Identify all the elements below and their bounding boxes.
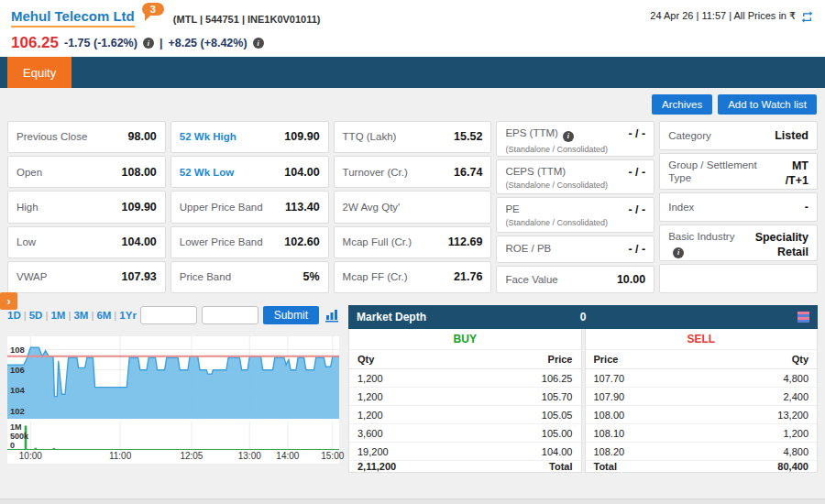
sell-row: 107.902,400 bbox=[586, 388, 818, 406]
stat-card: ROE / PB- / - bbox=[496, 236, 654, 263]
buy-row: 1,200106.25 bbox=[349, 369, 581, 388]
stat-value: 102.60 bbox=[284, 235, 319, 249]
bar-chart-icon[interactable] bbox=[324, 308, 339, 323]
bottom-strip bbox=[0, 499, 825, 504]
company-name-link[interactable]: Mehul Telecom Ltd bbox=[11, 8, 135, 27]
range-link-1yr[interactable]: 1Yr bbox=[119, 310, 137, 321]
info-icon[interactable]: i bbox=[143, 38, 154, 49]
stat-label: Category bbox=[668, 129, 711, 142]
svg-text:1M: 1M bbox=[10, 422, 22, 432]
notification-badge[interactable]: 3 bbox=[142, 3, 164, 16]
stat-card: High109.90 bbox=[7, 191, 166, 223]
stat-card: EPS (TTM)i(Standalone / Consolidated)- /… bbox=[496, 121, 654, 157]
buy-row: 1,200105.05 bbox=[349, 406, 581, 424]
price-chart-svg: 108106104102 bbox=[7, 336, 339, 419]
stat-card: 52 Wk Low104.00 bbox=[170, 156, 329, 188]
stat-card: Low104.00 bbox=[7, 226, 166, 258]
x-axis-label: 14:00 bbox=[276, 451, 299, 461]
day-change: -1.75 (-1.62%) bbox=[64, 37, 138, 49]
range-link-1d[interactable]: 1D bbox=[7, 310, 21, 321]
change-separator: | bbox=[160, 37, 163, 49]
range-link-5d[interactable]: 5D bbox=[29, 310, 43, 321]
market-depth-title: Market Depth bbox=[357, 311, 426, 323]
stat-label: ROE / PB bbox=[505, 242, 551, 255]
stat-card: Mcap FF (Cr.)21.76 bbox=[334, 261, 492, 293]
info-icon[interactable]: i bbox=[563, 131, 574, 142]
x-axis-label: 12:05 bbox=[180, 451, 203, 461]
stat-label-link[interactable]: 52 Wk High bbox=[180, 130, 236, 143]
submit-button[interactable]: Submit bbox=[263, 306, 319, 324]
week-change: +8.25 (+8.42%) bbox=[168, 37, 247, 49]
stat-value: - / - bbox=[628, 165, 645, 180]
stat-value: 107.93 bbox=[122, 269, 157, 284]
stat-value: 104.00 bbox=[284, 165, 319, 180]
stat-label-link[interactable]: 52 Wk Low bbox=[180, 166, 234, 179]
stat-value: 109.90 bbox=[122, 200, 157, 214]
timestamp: 24 Apr 26 | 11:57 | All Prices in ₹ bbox=[650, 10, 796, 22]
company-block: Mehul Telecom Ltd 3 (MTL | 544751 | INE1… bbox=[11, 8, 321, 57]
depth-grid-icon[interactable] bbox=[798, 312, 809, 323]
stat-label: PE(Standalone / Consolidated) bbox=[505, 203, 608, 229]
main-navbar: Equity bbox=[0, 57, 825, 88]
date-to-input[interactable] bbox=[202, 306, 258, 324]
panel-expander-button[interactable]: › bbox=[0, 292, 17, 310]
stat-value: 21.76 bbox=[454, 269, 482, 284]
stat-card: Mcap Full (Cr.)112.69 bbox=[334, 226, 492, 258]
sell-rows: 107.704,800107.902,400108.0013,200108.10… bbox=[586, 369, 818, 461]
stat-label: Upper Price Band bbox=[180, 201, 263, 214]
stat-label: VWAP bbox=[16, 270, 47, 283]
stat-card: 2W Avg Qty' bbox=[334, 191, 492, 223]
stat-card: Previous Close98.00 bbox=[7, 121, 166, 153]
stat-value: - / - bbox=[628, 242, 645, 257]
svg-text:106: 106 bbox=[10, 365, 25, 375]
stat-label: Group / Settlement Type bbox=[668, 159, 770, 185]
archives-button[interactable]: Archives bbox=[652, 94, 712, 115]
stat-card: VWAP107.93 bbox=[7, 261, 166, 293]
add-to-watchlist-button[interactable]: Add to Watch list bbox=[718, 94, 817, 115]
stock-quote-page: Mehul Telecom Ltd 3 (MTL | 544751 | INE1… bbox=[0, 0, 825, 504]
x-axis-label: 15:00 bbox=[321, 451, 344, 461]
buy-row: 1,200105.70 bbox=[349, 388, 581, 406]
stat-column: Previous Close98.00Open108.00High109.90L… bbox=[7, 121, 166, 293]
info-icon[interactable]: i bbox=[673, 247, 684, 258]
svg-text:104: 104 bbox=[10, 385, 26, 395]
tab-equity[interactable]: Equity bbox=[7, 57, 72, 88]
price-chart[interactable]: 108106104102 1M500k0 10:0011:0012:0513:0… bbox=[7, 336, 339, 464]
stat-value: 5% bbox=[303, 269, 320, 284]
stat-card: Lower Price Band102.60 bbox=[170, 226, 329, 258]
range-link-6m[interactable]: 6M bbox=[96, 310, 111, 321]
chart-x-axis: 10:0011:0012:0513:0014:0015:00 bbox=[7, 451, 339, 464]
stat-card: Basic IndustryiSpeciality Retail bbox=[659, 225, 818, 261]
header-meta: 24 Apr 26 | 11:57 | All Prices in ₹ bbox=[650, 8, 814, 57]
buy-row: 3,600105.00 bbox=[349, 424, 581, 443]
x-axis-label: 10:00 bbox=[19, 451, 42, 461]
refresh-icon[interactable] bbox=[800, 10, 814, 24]
stat-label: Basic Industryi bbox=[668, 230, 736, 258]
stat-card: Face Value10.00 bbox=[496, 266, 654, 293]
date-from-input[interactable] bbox=[140, 306, 197, 324]
stat-sublabel: (Standalone / Consolidated) bbox=[505, 218, 608, 228]
stat-value: 113.40 bbox=[285, 200, 320, 214]
buy-row: 19,200104.00 bbox=[349, 443, 581, 461]
stat-label: EPS (TTM)i(Standalone / Consolidated) bbox=[505, 126, 608, 155]
sell-row: 108.101,200 bbox=[586, 424, 818, 443]
stats-grid: Previous Close98.00Open108.00High109.90L… bbox=[7, 121, 818, 293]
range-link-1m[interactable]: 1M bbox=[50, 310, 65, 321]
stat-label: Mcap Full (Cr.) bbox=[343, 236, 412, 248]
sell-table: SELL PriceQty 107.704,800107.902,400108.… bbox=[585, 329, 819, 473]
x-axis-label: 13:00 bbox=[238, 451, 261, 461]
info-icon[interactable]: i bbox=[253, 38, 264, 49]
stat-value: - / - bbox=[628, 203, 645, 217]
stat-value: 10.00 bbox=[617, 272, 645, 287]
range-separator: | bbox=[111, 310, 119, 321]
stat-label: Previous Close bbox=[16, 130, 87, 143]
depth-tables: BUY QtyPrice 1,200106.251,200105.701,200… bbox=[348, 329, 818, 473]
range-link-3m[interactable]: 3M bbox=[73, 310, 88, 321]
stat-value: MT /T+1 bbox=[770, 159, 808, 189]
stat-value: - bbox=[805, 200, 808, 214]
stat-column: 52 Wk High109.9052 Wk Low104.00Upper Pri… bbox=[170, 121, 329, 293]
stat-label: Open bbox=[16, 166, 42, 179]
sell-label: SELL bbox=[586, 329, 818, 350]
page-header: Mehul Telecom Ltd 3 (MTL | 544751 | INE1… bbox=[0, 0, 825, 57]
sell-row: 107.704,800 bbox=[586, 369, 818, 388]
